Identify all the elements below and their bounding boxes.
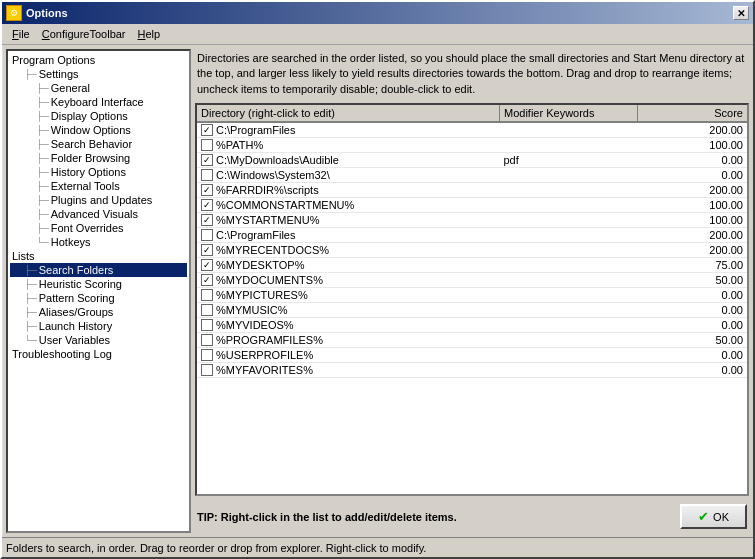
tree-label: Troubleshooting Log (12, 348, 112, 360)
score-cell: 200.00 (637, 122, 747, 138)
score-cell: 0.00 (637, 168, 747, 183)
tree-item-display-options[interactable]: ├─ Display Options (10, 109, 187, 123)
window-icon: ⚙ (6, 5, 22, 21)
menu-file[interactable]: File (6, 26, 36, 42)
table-row[interactable]: %MYVIDEOS%0.00 (197, 318, 747, 333)
table-row[interactable]: %FARRDIR%\scripts200.00 (197, 183, 747, 198)
directory-checkbox[interactable] (201, 139, 213, 151)
table-row[interactable]: C:\ProgramFiles200.00 (197, 228, 747, 243)
directory-path: C:\MyDownloads\Audible (216, 154, 339, 166)
table-row[interactable]: C:\MyDownloads\Audiblepdf0.00 (197, 153, 747, 168)
tree-item-aliases-groups[interactable]: ├─ Aliases/Groups (10, 305, 187, 319)
table-row[interactable]: C:\ProgramFiles200.00 (197, 122, 747, 138)
tree-label: Search Folders (39, 264, 114, 276)
directory-cell: %MYSTARTMENU% (197, 213, 500, 228)
directory-checkbox[interactable] (201, 124, 213, 136)
directory-cell: %COMMONSTARTMENU% (197, 198, 500, 213)
table-row[interactable]: %MYDESKTOP%75.00 (197, 258, 747, 273)
modifier-keywords-cell (500, 213, 638, 228)
directory-checkbox[interactable] (201, 154, 213, 166)
tree-item-window-options[interactable]: ├─ Window Options (10, 123, 187, 137)
modifier-keywords-cell (500, 122, 638, 138)
score-cell: 0.00 (637, 288, 747, 303)
directory-checkbox[interactable] (201, 274, 213, 286)
tree-item-advanced-visuals[interactable]: ├─ Advanced Visuals (10, 207, 187, 221)
tree-label: Plugins and Updates (51, 194, 153, 206)
col-header-score[interactable]: Score (637, 105, 747, 122)
tree-item-plugins-and-updates[interactable]: ├─ Plugins and Updates (10, 193, 187, 207)
right-panel: Directories are searched in the order li… (195, 49, 749, 533)
tree-item-history-options[interactable]: ├─ History Options (10, 165, 187, 179)
directory-checkbox[interactable] (201, 364, 213, 376)
directory-checkbox[interactable] (201, 244, 213, 256)
directory-path: %MYVIDEOS% (216, 319, 294, 331)
col-header-directory[interactable]: Directory (right-click to edit) (197, 105, 500, 122)
tree-item-keyboard-interface[interactable]: ├─ Keyboard Interface (10, 95, 187, 109)
modifier-keywords-cell (500, 288, 638, 303)
table-row[interactable]: %COMMONSTARTMENU%100.00 (197, 198, 747, 213)
modifier-keywords-cell (500, 228, 638, 243)
tree-item-user-variables[interactable]: └─ User Variables (10, 333, 187, 347)
modifier-keywords-cell (500, 348, 638, 363)
table-row[interactable]: %MYPICTURES%0.00 (197, 288, 747, 303)
directory-cell: %MYMUSIC% (197, 303, 500, 318)
tree-item-external-tools[interactable]: ├─ External Tools (10, 179, 187, 193)
score-cell: 0.00 (637, 303, 747, 318)
modifier-keywords-cell: pdf (500, 153, 638, 168)
menu-help[interactable]: Help (132, 26, 167, 42)
directory-cell: %MYRECENTDOCS% (197, 243, 500, 258)
directory-checkbox[interactable] (201, 229, 213, 241)
score-cell: 0.00 (637, 348, 747, 363)
tree-item-heuristic-scoring[interactable]: ├─ Heuristic Scoring (10, 277, 187, 291)
tree-label: History Options (51, 166, 126, 178)
tree-item-troubleshooting-log[interactable]: Troubleshooting Log (10, 347, 187, 361)
score-cell: 75.00 (637, 258, 747, 273)
directory-checkbox[interactable] (201, 184, 213, 196)
menu-configure-toolbar[interactable]: ConfigureToolbar (36, 26, 132, 42)
close-button[interactable]: ✕ (733, 6, 749, 20)
directory-checkbox[interactable] (201, 289, 213, 301)
table-row[interactable]: %MYMUSIC%0.00 (197, 303, 747, 318)
table-row[interactable]: %PROGRAMFILES%50.00 (197, 333, 747, 348)
directory-checkbox[interactable] (201, 169, 213, 181)
table-row[interactable]: %PATH%100.00 (197, 138, 747, 153)
table-row[interactable]: %MYFAVORITES%0.00 (197, 363, 747, 378)
directory-cell: C:\ProgramFiles (197, 122, 500, 138)
col-header-modifier[interactable]: Modifier Keywords (500, 105, 638, 122)
table-row[interactable]: %MYRECENTDOCS%200.00 (197, 243, 747, 258)
directory-path: C:\ProgramFiles (216, 124, 295, 136)
directory-path: C:\ProgramFiles (216, 229, 295, 241)
tree-item-hotkeys[interactable]: └─ Hotkeys (10, 235, 187, 249)
menu-bar: File ConfigureToolbar Help (2, 24, 753, 45)
ok-button[interactable]: ✔ OK (680, 504, 747, 529)
directory-path: %MYFAVORITES% (216, 364, 313, 376)
title-bar-left: ⚙ Options (6, 5, 68, 21)
tree-label: Launch History (39, 320, 112, 332)
directory-checkbox[interactable] (201, 259, 213, 271)
tree-item-launch-history[interactable]: ├─ Launch History (10, 319, 187, 333)
tree-item-font-overrides[interactable]: ├─ Font Overrides (10, 221, 187, 235)
directory-checkbox[interactable] (201, 349, 213, 361)
modifier-keywords-cell (500, 243, 638, 258)
table-row[interactable]: %MYDOCUMENTS%50.00 (197, 273, 747, 288)
table-row[interactable]: C:\Windows\System32\0.00 (197, 168, 747, 183)
directory-checkbox[interactable] (201, 214, 213, 226)
tree-item-search-behavior[interactable]: ├─ Search Behavior (10, 137, 187, 151)
tree-item-program-options[interactable]: Program Options (10, 53, 187, 67)
tree-item-pattern-scoring[interactable]: ├─ Pattern Scoring (10, 291, 187, 305)
tree-item-lists[interactable]: Lists (10, 249, 187, 263)
main-content: Program Options ├─ Settings ├─ General ├… (2, 45, 753, 537)
directories-table-container[interactable]: Directory (right-click to edit) Modifier… (195, 103, 749, 496)
tree-item-settings[interactable]: ├─ Settings (10, 67, 187, 81)
ok-checkmark-icon: ✔ (698, 509, 709, 524)
tree-item-search-folders[interactable]: ├─ Search Folders (10, 263, 187, 277)
tree-item-general[interactable]: ├─ General (10, 81, 187, 95)
tree-item-folder-browsing[interactable]: ├─ Folder Browsing (10, 151, 187, 165)
directory-checkbox[interactable] (201, 319, 213, 331)
directory-checkbox[interactable] (201, 199, 213, 211)
table-row[interactable]: %USERPROFILE%0.00 (197, 348, 747, 363)
directory-cell: %PROGRAMFILES% (197, 333, 500, 348)
directory-checkbox[interactable] (201, 334, 213, 346)
table-row[interactable]: %MYSTARTMENU%100.00 (197, 213, 747, 228)
directory-checkbox[interactable] (201, 304, 213, 316)
